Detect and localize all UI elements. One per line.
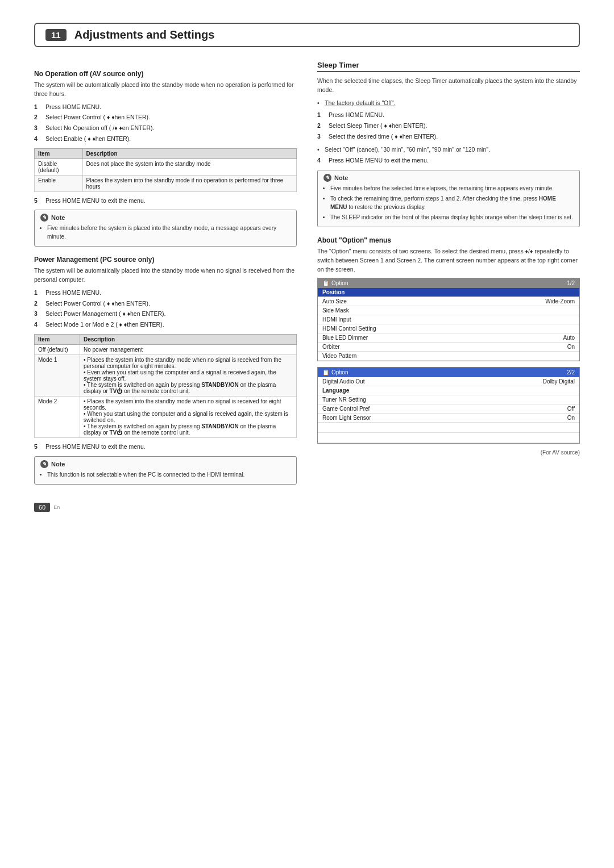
note-list: Five minutes before the selected time el… (323, 184, 574, 222)
factory-default-text: The factory default is "Off". (325, 99, 396, 108)
option-panel-1-row-3: HDMI Input (318, 315, 579, 324)
step-item: 4Press HOME MENU to exit the menu. (317, 156, 580, 165)
page-lang: En (53, 504, 60, 510)
note-item: To check the remaining time, perform ste… (330, 194, 574, 211)
note-item: This function is not selectable when the… (47, 470, 291, 479)
option-row-label: Auto Size (322, 298, 347, 304)
option-panel-2: 📋 Option 2/2 Digital Audio Out Dolby Dig… (317, 367, 580, 444)
section-power-management: Power Management (PC source only) The sy… (34, 256, 297, 484)
note-icon: ✎ (40, 460, 48, 468)
option-panel-2-page: 2/2 (567, 369, 575, 375)
for-av-note: (For AV source) (317, 449, 580, 456)
option-panel-1-row-0: Position (318, 288, 579, 297)
sleep-timer-title: Sleep Timer (317, 61, 580, 72)
section2-step5: 5Press HOME MENU to exit the menu. (34, 443, 297, 452)
note-label: Note (51, 214, 65, 221)
table-cell-desc: • Places the system into the standby mod… (80, 354, 297, 396)
option-panel-1-row-6: Orbiter On (318, 343, 579, 352)
option-panel-1: 📋 Option 1/2 Position Auto Size Wide-Zoo… (317, 278, 580, 361)
option-panel-1-row-5: Blue LED Dimmer Auto (318, 333, 579, 343)
option-panel-2-header: 📋 Option 2/2 (318, 368, 579, 377)
sleep-timer-note: ✎ Note Five minutes before the selected … (317, 170, 580, 227)
option-panel-1-row-2: Side Mask (318, 306, 579, 315)
option-row-label: Video Pattern (322, 353, 356, 359)
section1-steps: 1Press HOME MENU. 2Select Power Control … (34, 103, 297, 144)
section1-step5: 5Press HOME MENU to exit the menu. (34, 197, 297, 206)
option-row-empty (318, 423, 579, 433)
option-panel-2-title: Option (331, 369, 348, 375)
step-item: 1Press HOME MENU. (317, 111, 580, 120)
option-row-value: Wide-Zoom (545, 298, 575, 304)
right-column: Sleep Timer When the selected time elaps… (317, 61, 580, 489)
table-header-item: Item (35, 148, 83, 158)
section2-table: Item Description Off (default) No power … (34, 334, 297, 438)
option-panel-icon: 📋 (322, 280, 329, 286)
option-panel-2-row-1: Language (318, 386, 579, 395)
table-row: Off (default) No power management (35, 344, 297, 354)
page-footer: 60 En (34, 503, 580, 512)
option-menus-title: About "Option" menus (317, 236, 580, 244)
step-item: 5Press HOME MENU to exit the menu. (34, 443, 297, 452)
table-cell-item: Mode 1 (35, 354, 80, 396)
table-cell-item: Mode 2 (35, 396, 80, 437)
note-item: Five minutes before the selected time el… (330, 184, 574, 193)
table-header-desc: Description (82, 148, 296, 158)
step-item: 5Press HOME MENU to exit the menu. (34, 197, 297, 206)
section1-table: Item Description Disable (default) Does … (34, 148, 297, 192)
section1-note: ✎ Note Five minutes before the system is… (34, 210, 297, 247)
chapter-title: Adjustments and Settings (74, 28, 215, 41)
option-panel-2-row-4: Room Light Sensor On (318, 414, 579, 423)
step-item: 1Press HOME MENU. (34, 103, 297, 112)
table-header-item: Item (35, 334, 80, 344)
option-row-label: HDMI Input (322, 316, 351, 323)
note-list: Five minutes before the system is placed… (40, 224, 291, 241)
step-item: 1Press HOME MENU. (34, 289, 297, 298)
step-item: 4Select Mode 1 or Mod e 2 ( ♦ ♦then ENTE… (34, 320, 297, 329)
section2-intro: The system will be automatically placed … (34, 266, 297, 285)
note-list: This function is not selectable when the… (40, 470, 291, 479)
section2-title: Power Management (PC source only) (34, 256, 297, 264)
table-cell-item: Off (default) (35, 344, 80, 354)
table-header-desc: Description (80, 334, 297, 344)
option-panel-2-row-0: Digital Audio Out Dolby Digital (318, 377, 579, 386)
table-row: Mode 2 • Places the system into the stan… (35, 396, 297, 437)
section2-steps: 1Press HOME MENU. 2Select Power Control … (34, 289, 297, 329)
option-row-value: Auto (563, 335, 575, 341)
step-item: 3Select Power Management ( ♦ ♦hen ENTER)… (34, 310, 297, 319)
option-panel-2-row-2: Tuner NR Setting (318, 395, 579, 404)
note-item: Five minutes before the system is placed… (47, 224, 291, 241)
option-row-label: Game Control Pref (322, 406, 370, 412)
option-row-label: Blue LED Dimmer (322, 335, 368, 341)
step-item: 3Select No Operation off ( /♦ ♦en ENTER)… (34, 124, 297, 133)
option-row-label: HDMI Control Setting (322, 326, 376, 332)
option-panel-1-header: 📋 Option 1/2 (318, 278, 579, 288)
page-number: 60 (34, 503, 50, 512)
step-item: 2Select Power Control ( ♦ ♦hen ENTER). (34, 299, 297, 308)
section-option-menus: About "Option" menus The "Option" menu c… (317, 236, 580, 456)
option-row-label: Orbiter (322, 344, 340, 350)
option-panel-1-row-1: Auto Size Wide-Zoom (318, 297, 579, 306)
table-cell-desc: • Places the system into the standby mod… (80, 396, 297, 437)
option-panel-1-row-7: Video Pattern (318, 352, 579, 361)
section-sleep-timer: Sleep Timer When the selected time elaps… (317, 61, 580, 227)
section-no-operation: No Operation off (AV source only) The sy… (34, 70, 297, 247)
table-cell-item: Enable (35, 175, 83, 191)
sleep-timer-step4: 4Press HOME MENU to exit the menu. (317, 156, 580, 165)
option-row-value: Dolby Digital (543, 378, 575, 385)
note-icon: ✎ (323, 174, 331, 182)
table-row: Enable Places the system into the standb… (35, 175, 297, 191)
option-row-label: Side Mask (322, 307, 349, 314)
option-row-label: Language (322, 387, 349, 394)
option-row-value: Off (567, 406, 575, 412)
table-cell-desc: No power management (80, 344, 297, 354)
table-cell-desc: Does not place the system into the stand… (82, 158, 296, 175)
section2-note: ✎ Note This function is not selectable w… (34, 456, 297, 485)
left-column: No Operation off (AV source only) The sy… (34, 61, 297, 489)
option-panel-1-title: Option (331, 280, 348, 286)
options-note: • Select "Off" (cancel), "30 min", "60 m… (317, 145, 580, 155)
option-panel-1-row-4: HDMI Control Setting (318, 324, 579, 333)
option-row-value: On (567, 344, 575, 350)
note-label: Note (334, 174, 348, 181)
options-note-text: Select "Off" (cancel), "30 min", "60 min… (325, 145, 490, 155)
step-item: 2Select Power Control ( ♦ ♦hen ENTER). (34, 113, 297, 122)
